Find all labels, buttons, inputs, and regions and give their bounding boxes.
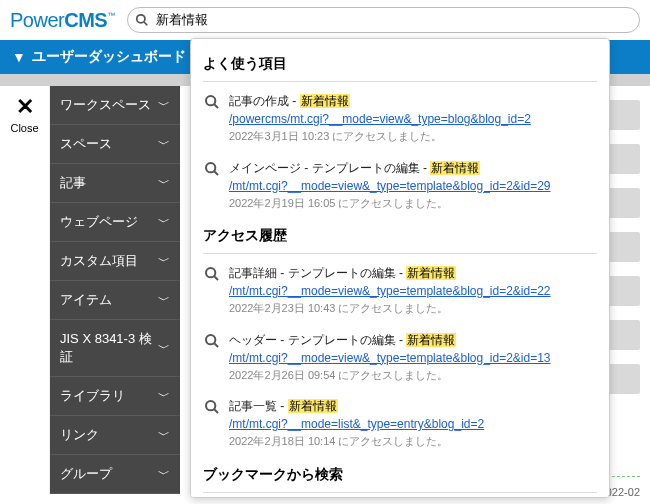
- dropdown-item-url[interactable]: /mt/mt.cgi?__mode=list&_type=entry&blog_…: [229, 415, 597, 433]
- highlight: 新着情報: [406, 266, 456, 280]
- chevron-down-icon: ﹀: [158, 292, 170, 309]
- sidebar-item-label: ライブラリ: [60, 387, 125, 405]
- dropdown-item-meta: 2022年2月23日 10:43 にアクセスしました。: [229, 300, 597, 317]
- sidebar-item[interactable]: リンク﹀: [50, 416, 180, 455]
- svg-line-11: [214, 409, 218, 413]
- svg-point-4: [206, 163, 215, 172]
- sidebar-item-label: ワークスペース: [60, 96, 151, 114]
- svg-point-2: [206, 96, 215, 105]
- sidebar-item-label: グループ: [60, 465, 112, 483]
- dropdown-item[interactable]: 記事詳細 - テンプレートの編集 - 新着情報/mt/mt.cgi?__mode…: [203, 260, 597, 327]
- chevron-down-icon: ﹀: [158, 97, 170, 114]
- dropdown-item-meta: 2022年2月26日 09:54 にアクセスしました。: [229, 367, 597, 384]
- dropdown-item-meta: 2022年2月18日 10:14 にアクセスしました。: [229, 433, 597, 450]
- dropdown-item-title: メインページ - テンプレートの編集 - 新着情報: [229, 159, 597, 177]
- dropdown-item[interactable]: 記事一覧 - 新着情報/mt/mt.cgi?__mode=list&_type=…: [203, 393, 597, 460]
- chevron-down-icon: ﹀: [158, 253, 170, 270]
- sidebar-item-label: アイテム: [60, 291, 112, 309]
- search-icon: [135, 13, 149, 27]
- sidebar-item[interactable]: グループ﹀: [50, 455, 180, 494]
- dropdown-item-url[interactable]: /powercms/mt.cgi?__mode=view&_type=blog&…: [229, 110, 597, 128]
- trademark-icon: ™: [107, 11, 115, 20]
- svg-point-6: [206, 268, 215, 277]
- svg-line-9: [214, 343, 218, 347]
- sidebar-item[interactable]: JIS X 8341-3 検証﹀: [50, 320, 180, 377]
- dropdown-item-url[interactable]: /mt/mt.cgi?__mode=view&_type=template&bl…: [229, 349, 597, 367]
- dropdown-item-title: 記事詳細 - テンプレートの編集 - 新着情報: [229, 264, 597, 282]
- svg-point-8: [206, 335, 215, 344]
- logo-part1: Power: [10, 9, 64, 31]
- chevron-down-icon: ﹀: [158, 136, 170, 153]
- dropdown-section-title: アクセス履歴: [203, 227, 597, 245]
- search-dropdown: よく使う項目記事の作成 - 新着情報/powercms/mt.cgi?__mod…: [190, 38, 610, 498]
- dropdown-item-title: 記事一覧 - 新着情報: [229, 397, 597, 415]
- svg-line-5: [214, 171, 218, 175]
- sidebar-item[interactable]: ライブラリ﹀: [50, 377, 180, 416]
- dropdown-item-body: 記事の作成 - 新着情報/powercms/mt.cgi?__mode=view…: [229, 92, 597, 145]
- chevron-down-icon: ﹀: [158, 175, 170, 192]
- close-icon: ✕: [0, 96, 49, 118]
- dropdown-item-body: 記事詳細 - テンプレートの編集 - 新着情報/mt/mt.cgi?__mode…: [229, 264, 597, 317]
- search-icon: [203, 92, 221, 145]
- dropdown-item[interactable]: ヘッダー - テンプレートの編集 - 新着情報/mt/mt.cgi?__mode…: [203, 327, 597, 394]
- sidebar-item[interactable]: カスタム項目﹀: [50, 242, 180, 281]
- close-label: Close: [0, 122, 49, 134]
- search-input[interactable]: [127, 7, 640, 33]
- dropdown-item[interactable]: メインページ - テンプレートの編集 - 新着情報/mt/mt.cgi?__mo…: [203, 155, 597, 222]
- chevron-down-icon: ﹀: [158, 427, 170, 444]
- search-icon: [203, 264, 221, 317]
- search-icon: [203, 397, 221, 450]
- sidebar: ワークスペース﹀スペース﹀記事﹀ウェブページ﹀カスタム項目﹀アイテム﹀JIS X…: [50, 86, 180, 494]
- search-icon: [203, 331, 221, 384]
- chevron-down-icon: ﹀: [158, 214, 170, 231]
- search-icon: [203, 159, 221, 212]
- sidebar-item[interactable]: ワークスペース﹀: [50, 86, 180, 125]
- dropdown-item-title: ヘッダー - テンプレートの編集 - 新着情報: [229, 331, 597, 349]
- sidebar-item-label: 記事: [60, 174, 86, 192]
- search-wrap: [127, 7, 640, 33]
- svg-line-7: [214, 276, 218, 280]
- divider: [203, 81, 597, 82]
- sidebar-item[interactable]: アイテム﹀: [50, 281, 180, 320]
- sidebar-item-label: リンク: [60, 426, 99, 444]
- dropdown-item-url[interactable]: /mt/mt.cgi?__mode=view&_type=template&bl…: [229, 282, 597, 300]
- dropdown-item[interactable]: 記事の作成 - 新着情報/powercms/mt.cgi?__mode=view…: [203, 88, 597, 155]
- svg-line-3: [214, 104, 218, 108]
- close-button[interactable]: ✕ Close: [0, 86, 50, 494]
- logo-part2: CMS: [64, 9, 107, 31]
- svg-line-1: [144, 22, 148, 26]
- divider: [203, 253, 597, 254]
- sidebar-item-label: スペース: [60, 135, 112, 153]
- sidebar-item[interactable]: スペース﹀: [50, 125, 180, 164]
- highlight: 新着情報: [430, 161, 480, 175]
- highlight: 新着情報: [288, 399, 338, 413]
- dropdown-item-body: 記事一覧 - 新着情報/mt/mt.cgi?__mode=list&_type=…: [229, 397, 597, 450]
- sidebar-item[interactable]: 記事﹀: [50, 164, 180, 203]
- highlight: 新着情報: [300, 94, 350, 108]
- chevron-down-icon: ﹀: [158, 340, 170, 357]
- dropdown-item-url[interactable]: /mt/mt.cgi?__mode=view&_type=template&bl…: [229, 177, 597, 195]
- dropdown-item-meta: 2022年3月1日 10:23 にアクセスしました。: [229, 128, 597, 145]
- sidebar-item-label: カスタム項目: [60, 252, 138, 270]
- sidebar-item-label: JIS X 8341-3 検証: [60, 330, 158, 366]
- triangle-down-icon: ▼: [12, 49, 26, 65]
- dropdown-section-title: よく使う項目: [203, 55, 597, 73]
- dropdown-item-body: ヘッダー - テンプレートの編集 - 新着情報/mt/mt.cgi?__mode…: [229, 331, 597, 384]
- svg-point-0: [137, 15, 145, 23]
- app-header: PowerCMS™: [0, 0, 650, 40]
- dropdown-item-meta: 2022年2月19日 16:05 にアクセスしました。: [229, 195, 597, 212]
- sidebar-item[interactable]: ウェブページ﹀: [50, 203, 180, 242]
- app-logo: PowerCMS™: [10, 9, 107, 32]
- divider: [203, 492, 597, 493]
- highlight: 新着情報: [406, 333, 456, 347]
- dashboard-label: ユーザーダッシュボード: [32, 48, 186, 66]
- svg-point-10: [206, 401, 215, 410]
- chevron-down-icon: ﹀: [158, 466, 170, 483]
- dropdown-section-title: ブックマークから検索: [203, 466, 597, 484]
- dropdown-item-body: メインページ - テンプレートの編集 - 新着情報/mt/mt.cgi?__mo…: [229, 159, 597, 212]
- chevron-down-icon: ﹀: [158, 388, 170, 405]
- sidebar-item-label: ウェブページ: [60, 213, 138, 231]
- dropdown-item-title: 記事の作成 - 新着情報: [229, 92, 597, 110]
